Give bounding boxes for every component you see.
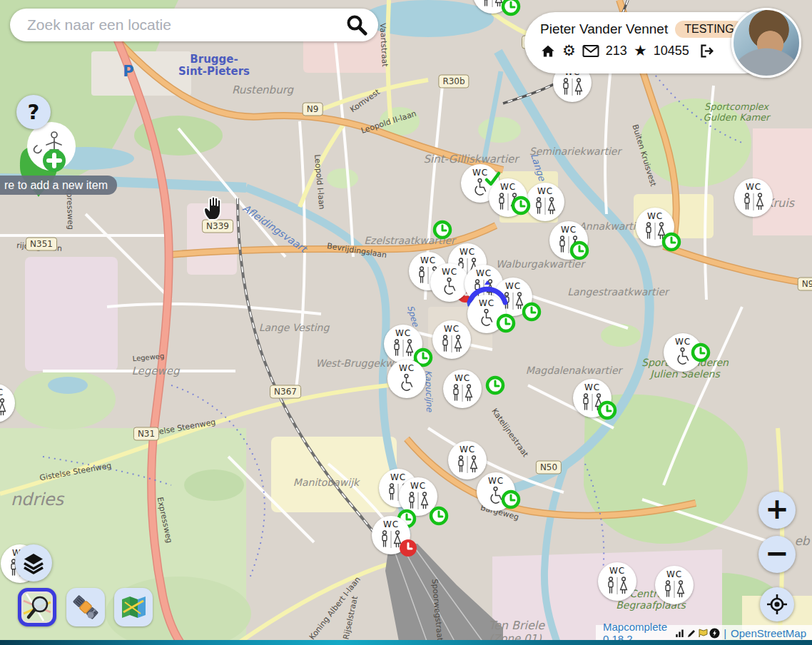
help-button[interactable]: ? (16, 95, 51, 129)
messages-envelope-icon[interactable] (582, 44, 599, 58)
osm-carto-icon (22, 592, 52, 622)
theme-logo-icon[interactable] (698, 628, 709, 639)
map-canvas[interactable] (0, 0, 812, 645)
layers-icon (22, 552, 45, 574)
edit-pencil-icon[interactable] (686, 628, 697, 639)
satellite-icon (71, 593, 100, 621)
attribution-separator: | (724, 627, 726, 639)
geolocate-button[interactable] (760, 587, 794, 621)
world-map-icon (119, 593, 148, 621)
question-mark-label: ? (28, 100, 40, 124)
hand-cursor-icon (201, 193, 226, 221)
attribution-bar: Mapcomplete 0.18.2 | OpenStreetMap (596, 625, 812, 641)
search-icon[interactable] (345, 14, 368, 36)
statistics-icon[interactable] (675, 628, 686, 639)
user-avatar[interactable] (731, 8, 801, 78)
attribution-icons (675, 628, 720, 639)
logout-icon[interactable] (699, 44, 715, 59)
star-icon: ★ (634, 44, 647, 59)
add-item-tooltip: re to add a new item (0, 176, 117, 195)
layers-button[interactable] (15, 544, 52, 581)
home-icon[interactable] (540, 44, 556, 59)
settings-gear-icon[interactable]: ⚙ (562, 44, 576, 59)
location-search-bar (10, 9, 378, 41)
openstreetmap-link[interactable]: OpenStreetMap (731, 627, 806, 639)
crosshair-icon (766, 593, 788, 616)
changesets-count: 10455 (654, 44, 689, 59)
user-name: Pieter Vander Vennet (540, 21, 668, 37)
zoom-in-button[interactable]: + (758, 492, 796, 529)
mapcomplete-app: Brugge- Sint-PietersRustenburgSint-Gilli… (0, 0, 812, 645)
search-input[interactable] (26, 16, 345, 34)
changes-bolt-icon[interactable] (709, 628, 720, 639)
messages-count: 213 (606, 44, 627, 59)
status-strip (0, 640, 812, 645)
background-satellite-button[interactable] (66, 588, 105, 626)
background-osm-carto-button[interactable] (18, 588, 56, 626)
zoom-out-button[interactable]: − (758, 536, 796, 573)
background-map-button[interactable] (114, 588, 153, 626)
